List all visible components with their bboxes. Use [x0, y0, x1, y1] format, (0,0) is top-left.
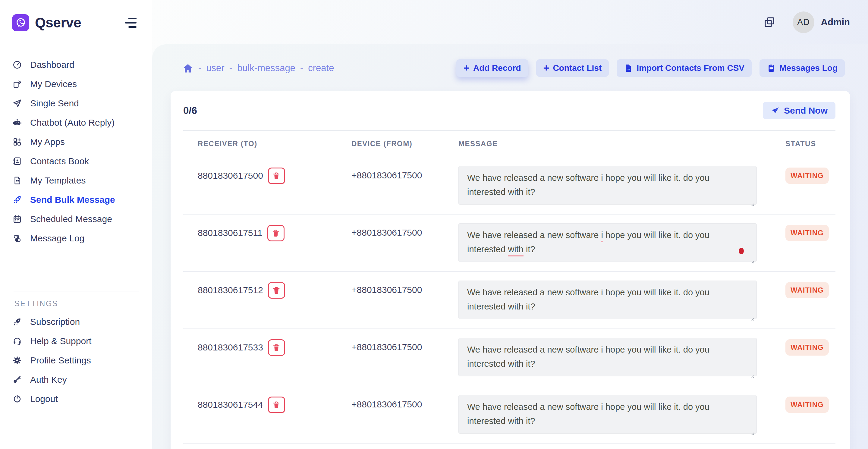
sidebar-item-help-support[interactable]: Help & Support — [0, 331, 152, 351]
gear-icon — [12, 355, 22, 365]
robot-icon — [12, 118, 22, 128]
resize-handle-icon[interactable] — [749, 312, 755, 317]
receiver-number: 8801830617544 — [198, 396, 263, 413]
resize-handle-icon[interactable] — [749, 254, 755, 260]
import-csv-button[interactable]: CSV Import Contacts From CSV — [617, 59, 752, 77]
assistant-dot[interactable] — [739, 248, 744, 254]
breadcrumb-user[interactable]: user — [206, 63, 224, 73]
contacts-book-icon — [12, 156, 22, 166]
sidebar-item-auth-key[interactable]: Auth Key — [0, 370, 152, 389]
main-area: AD Admin - user - bulk-message - create — [152, 0, 868, 449]
message-textarea[interactable]: We have released a new software i hope y… — [458, 281, 757, 319]
panel-top-row: - user - bulk-message - create + Add Rec… — [182, 59, 845, 77]
column-header-receiver: RECEIVER (TO) — [183, 139, 351, 148]
content-panel: - user - bulk-message - create + Add Rec… — [152, 44, 868, 449]
status-badge: WAITING — [785, 339, 829, 356]
sidebar-item-send-bulk-message[interactable]: Send Bulk Message — [0, 190, 152, 210]
sidebar-item-scheduled-message[interactable]: Scheduled Message — [0, 210, 152, 229]
delete-row-button[interactable] — [267, 225, 284, 242]
delete-row-button[interactable] — [268, 339, 285, 356]
message-text: We have released a new software i hope y… — [467, 173, 710, 197]
sidebar-item-single-send[interactable]: Single Send — [0, 94, 152, 113]
message-cell: We have released a new software i hope y… — [458, 280, 785, 328]
sidebar: Qserve Dashboard My Devices — [0, 0, 152, 449]
column-header-device: DEVICE (FROM) — [351, 139, 458, 148]
add-record-button[interactable]: + Add Record — [456, 59, 528, 77]
send-now-button[interactable]: Send Now — [763, 102, 835, 119]
add-record-label: Add Record — [473, 63, 521, 73]
table-row: 8801830617533 +8801830617500 We have rel… — [183, 329, 835, 386]
sidebar-item-label: My Apps — [30, 137, 65, 147]
app-root: Qserve Dashboard My Devices — [0, 0, 868, 449]
message-cell: We have released a new software i hope y… — [458, 394, 785, 443]
column-header-status: STATUS — [785, 139, 835, 148]
toolbar-actions: + Add Record + Contact List — [456, 59, 845, 77]
sidebar-item-label: Scheduled Message — [30, 214, 112, 224]
resize-handle-icon[interactable] — [749, 197, 755, 202]
status-cell: WAITING — [785, 280, 835, 328]
sidebar-item-label: Chatbot (Auto Reply) — [30, 118, 115, 128]
whatsapp-logo-icon[interactable] — [12, 14, 29, 31]
sidebar-item-contacts-book[interactable]: Contacts Book — [0, 152, 152, 171]
breadcrumb-create[interactable]: create — [308, 63, 334, 73]
receiver-number: 8801830617512 — [198, 282, 263, 298]
status-badge: WAITING — [785, 167, 829, 184]
trash-icon — [272, 343, 281, 352]
column-header-message: MESSAGE — [458, 139, 785, 148]
settings-heading: SETTINGS — [0, 299, 152, 308]
calendar-icon — [12, 214, 22, 224]
avatar[interactable]: AD — [793, 11, 814, 33]
csv-file-icon: CSV — [624, 64, 633, 73]
device-number: +8801830617500 — [351, 342, 422, 352]
device-cell: +8801830617500 — [351, 337, 458, 386]
breadcrumb-separator: - — [198, 63, 201, 73]
table-row: 8801830617500 +8801830617500 We have rel… — [183, 157, 835, 215]
sidebar-item-label: Single Send — [30, 98, 79, 108]
breadcrumb-bulk-message[interactable]: bulk-message — [237, 63, 296, 73]
message-textarea[interactable]: We have released a new software i hope y… — [458, 338, 757, 376]
rocket-icon — [12, 195, 22, 205]
sidebar-item-label: Help & Support — [30, 336, 91, 346]
resize-handle-icon[interactable] — [749, 426, 755, 431]
sidebar-item-subscription[interactable]: Subscription — [0, 312, 152, 331]
device-number: +8801830617500 — [351, 399, 422, 409]
topbar: AD Admin — [152, 0, 868, 44]
sidebar-item-my-apps[interactable]: My Apps — [0, 132, 152, 152]
messages-log-button[interactable]: Messages Log — [760, 59, 845, 77]
message-cell: We have released a new software i hope y… — [458, 337, 785, 386]
toggles-icon — [12, 233, 22, 244]
sidebar-item-my-templates[interactable]: My Templates — [0, 171, 152, 190]
sidebar-item-profile-settings[interactable]: Profile Settings — [0, 351, 152, 370]
status-cell: WAITING — [785, 222, 835, 271]
contact-list-button[interactable]: + Contact List — [536, 59, 609, 77]
resize-handle-icon[interactable] — [749, 369, 755, 374]
clipboard-icon — [767, 64, 776, 73]
status-badge: WAITING — [785, 396, 829, 413]
delete-row-button[interactable] — [268, 396, 285, 413]
sidebar-item-label: Send Bulk Message — [30, 195, 115, 205]
home-icon[interactable] — [182, 63, 193, 74]
copy-icon[interactable] — [763, 16, 776, 29]
document-icon — [12, 175, 22, 186]
bulk-table-body: 8801830617500 +8801830617500 We have rel… — [183, 157, 835, 444]
dashboard-icon — [12, 60, 22, 70]
message-textarea[interactable]: We have released a new software i hope y… — [458, 166, 757, 204]
sidebar-item-message-log[interactable]: Message Log — [0, 229, 152, 248]
delete-row-button[interactable] — [268, 282, 285, 299]
import-csv-label: Import Contacts From CSV — [637, 63, 744, 73]
delete-row-button[interactable] — [268, 167, 285, 184]
device-cell: +8801830617500 — [351, 165, 458, 214]
app-title: Qserve — [35, 14, 81, 31]
trash-icon — [272, 400, 281, 410]
sidebar-item-label: Profile Settings — [30, 355, 91, 365]
sidebar-item-chatbot[interactable]: Chatbot (Auto Reply) — [0, 113, 152, 132]
sidebar-divider — [13, 291, 138, 291]
message-textarea[interactable]: We have released a new software i hope y… — [458, 395, 757, 434]
message-text: We have released a new software i hope y… — [467, 230, 710, 254]
sidebar-toggle-button[interactable] — [125, 18, 136, 28]
receiver-number: 8801830617533 — [198, 339, 263, 356]
sidebar-item-my-devices[interactable]: My Devices — [0, 74, 152, 94]
sidebar-item-dashboard[interactable]: Dashboard — [0, 55, 152, 74]
message-textarea[interactable]: We have released a new software i hope y… — [458, 223, 757, 262]
sidebar-item-logout[interactable]: Logout — [0, 389, 152, 409]
